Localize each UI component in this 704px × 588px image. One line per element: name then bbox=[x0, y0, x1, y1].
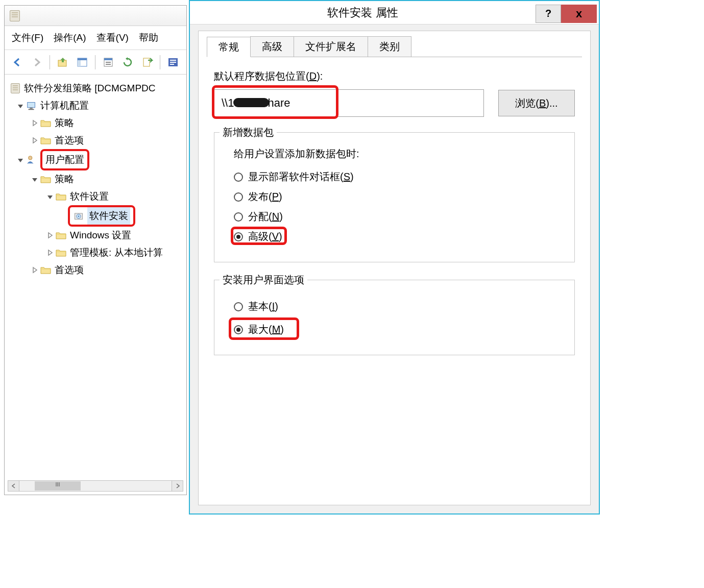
scroll-thumb[interactable]: III bbox=[35, 481, 81, 491]
scroll-track[interactable]: III bbox=[19, 481, 172, 491]
toolbar-separator bbox=[95, 55, 95, 69]
expand-icon[interactable] bbox=[46, 193, 54, 200]
radio-icon bbox=[234, 173, 243, 182]
back-button[interactable] bbox=[9, 54, 26, 70]
installer-icon bbox=[73, 210, 84, 222]
toolbar-separator bbox=[50, 55, 50, 69]
radio-label: 显示部署软件对话框(S) bbox=[248, 170, 354, 184]
menu-view[interactable]: 查看(V) bbox=[96, 31, 129, 44]
expand-icon[interactable] bbox=[17, 102, 24, 109]
radio-label: 基本(I) bbox=[248, 300, 278, 313]
default-location-label: 默认程序数据包位置(D): bbox=[214, 69, 575, 83]
path-input[interactable] bbox=[214, 89, 484, 117]
svg-rect-8 bbox=[143, 58, 150, 66]
tree-label: 管理模板: 从本地计算 bbox=[70, 244, 163, 261]
tree-software-settings[interactable]: 软件设置 bbox=[10, 188, 184, 205]
svg-point-19 bbox=[78, 216, 80, 217]
tree-label: 软件安装 bbox=[87, 207, 130, 225]
help-button[interactable]: ? bbox=[536, 5, 561, 23]
tree-uc-policies[interactable]: 策略 bbox=[10, 170, 184, 188]
radio-icon bbox=[234, 212, 243, 222]
new-package-desc: 给用户设置添加新数据包时: bbox=[234, 147, 562, 161]
new-package-fieldset: 新增数据包 给用户设置添加新数据包时: 显示部署软件对话框(S) 发布(P) 分… bbox=[214, 132, 575, 262]
tree-root-label: 软件分发组策略 [DCMGMPDC bbox=[24, 80, 156, 97]
tree-label: 首选项 bbox=[55, 261, 84, 279]
radio-assign[interactable]: 分配(N) bbox=[234, 210, 562, 224]
folder-icon bbox=[40, 265, 52, 275]
menu-file[interactable]: 文件(F) bbox=[12, 31, 43, 44]
svg-rect-12 bbox=[170, 64, 174, 65]
radio-publish[interactable]: 发布(P) bbox=[234, 190, 562, 204]
svg-rect-13 bbox=[28, 103, 35, 108]
radio-basic[interactable]: 基本(I) bbox=[234, 300, 562, 313]
radio-label: 高级(V) bbox=[248, 230, 282, 243]
svg-rect-3 bbox=[78, 60, 81, 66]
tree-admin-templates[interactable]: 管理模板: 从本地计算 bbox=[10, 244, 184, 261]
expand-icon[interactable] bbox=[31, 266, 38, 274]
radio-advanced[interactable]: 高级(V) bbox=[234, 230, 562, 243]
tree-software-install[interactable]: 软件安装 bbox=[10, 205, 184, 227]
up-button[interactable] bbox=[54, 54, 71, 70]
scroll-left-icon[interactable] bbox=[8, 481, 19, 491]
ui-options-fieldset: 安装用户界面选项 基本(I) 最大(M) bbox=[214, 280, 575, 355]
expand-icon[interactable] bbox=[31, 119, 38, 127]
svg-rect-5 bbox=[104, 58, 112, 60]
show-hide-tree-button[interactable] bbox=[74, 54, 91, 70]
ui-options-legend: 安装用户界面选项 bbox=[220, 273, 307, 287]
filter-button[interactable] bbox=[164, 54, 182, 70]
tree-windows-settings[interactable]: Windows 设置 bbox=[10, 227, 184, 244]
user-icon bbox=[26, 154, 37, 165]
expand-icon[interactable] bbox=[46, 249, 54, 256]
path-input-wrap bbox=[214, 89, 484, 117]
export-button[interactable] bbox=[138, 54, 156, 70]
policy-doc-icon bbox=[10, 83, 21, 94]
tab-categories[interactable]: 类别 bbox=[368, 36, 411, 57]
radio-icon bbox=[234, 325, 243, 334]
close-button[interactable]: x bbox=[561, 5, 597, 23]
properties-button[interactable] bbox=[100, 54, 117, 70]
folder-icon bbox=[40, 175, 52, 184]
expand-icon[interactable] bbox=[46, 232, 54, 239]
tree-label: 首选项 bbox=[55, 132, 84, 149]
highlight-box: 软件安装 bbox=[68, 205, 135, 227]
menubar: 文件(F) 操作(A) 查看(V) 帮助 bbox=[5, 26, 186, 50]
tab-advanced[interactable]: 高级 bbox=[250, 36, 294, 57]
refresh-button[interactable] bbox=[119, 54, 136, 70]
form: 默认程序数据包位置(D): 浏览(B)... 新增数据包 给用户设置添加新数据包… bbox=[199, 57, 590, 385]
radio-deploy-dialog[interactable]: 显示部署软件对话框(S) bbox=[234, 170, 562, 184]
dialog-body: 常规 高级 文件扩展名 类别 默认程序数据包位置(D): 浏览(B)... 新增… bbox=[198, 31, 591, 505]
svg-point-16 bbox=[29, 156, 32, 160]
svg-rect-15 bbox=[29, 109, 34, 110]
toolbar-separator bbox=[160, 55, 160, 69]
tree-uc-prefs[interactable]: 首选项 bbox=[10, 261, 184, 279]
svg-rect-6 bbox=[106, 62, 111, 63]
svg-rect-11 bbox=[170, 62, 176, 63]
menu-action[interactable]: 操作(A) bbox=[54, 31, 86, 44]
tree-cc-policies[interactable]: 策略 bbox=[10, 114, 184, 132]
horizontal-scrollbar[interactable]: III bbox=[8, 480, 183, 492]
tree-label: 软件设置 bbox=[70, 188, 109, 205]
tree-label: 计算机配置 bbox=[40, 97, 89, 114]
svg-rect-14 bbox=[30, 108, 33, 109]
tree-label: 用户配置 bbox=[45, 151, 84, 168]
properties-dialog: 软件安装 属性 ? x 常规 高级 文件扩展名 类别 默认程序数据包位置(D):… bbox=[189, 0, 600, 514]
browse-button[interactable]: 浏览(B)... bbox=[498, 90, 575, 116]
tree-label: 策略 bbox=[55, 170, 74, 188]
tree-root[interactable]: 软件分发组策略 [DCMGMPDC bbox=[10, 80, 184, 97]
svg-rect-10 bbox=[170, 60, 176, 61]
menu-help[interactable]: 帮助 bbox=[139, 31, 158, 44]
tab-extensions[interactable]: 文件扩展名 bbox=[294, 36, 368, 57]
forward-button[interactable] bbox=[28, 54, 45, 70]
expand-icon[interactable] bbox=[17, 156, 24, 163]
radio-max[interactable]: 最大(M) bbox=[234, 323, 562, 336]
radio-icon bbox=[234, 232, 243, 241]
scroll-right-icon[interactable] bbox=[172, 481, 183, 491]
tree-computer-config[interactable]: 计算机配置 bbox=[10, 97, 184, 114]
tree-cc-prefs[interactable]: 首选项 bbox=[10, 132, 184, 149]
expand-icon[interactable] bbox=[31, 137, 38, 144]
tree-label: 策略 bbox=[55, 114, 74, 132]
tab-general[interactable]: 常规 bbox=[207, 37, 251, 57]
dialog-titlebar: 软件安装 属性 ? x bbox=[190, 1, 599, 24]
tree-user-config[interactable]: 用户配置 bbox=[10, 149, 184, 170]
expand-icon[interactable] bbox=[31, 176, 38, 183]
